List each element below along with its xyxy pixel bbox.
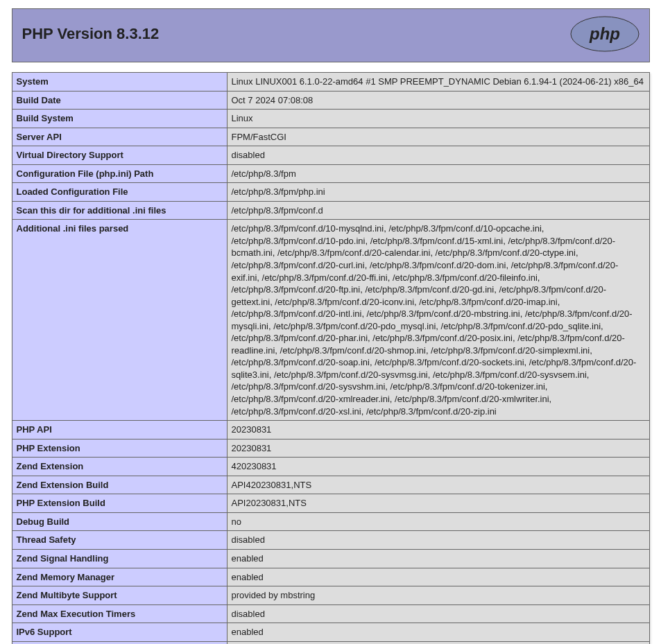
info-value: Linux xyxy=(227,110,649,128)
info-value: API20230831,NTS xyxy=(227,494,649,513)
info-value: disabled xyxy=(227,604,649,623)
table-row: IPv6 Supportenabled xyxy=(12,623,649,642)
table-row: Zend Signal Handlingenabled xyxy=(12,549,649,568)
php-logo-icon: php xyxy=(570,16,639,52)
info-value: Linux LINUX001 6.1.0-22-amd64 #1 SMP PRE… xyxy=(227,73,649,92)
info-value: Oct 7 2024 07:08:08 xyxy=(227,91,649,110)
info-value: /etc/php/8.3/fpm/conf.d/10-mysqlnd.ini, … xyxy=(227,220,649,421)
table-row: Build DateOct 7 2024 07:08:08 xyxy=(12,91,649,110)
info-label: Scan this dir for additional .ini files xyxy=(12,201,227,220)
info-label: IPv6 Support xyxy=(12,623,227,642)
info-label: DTrace Support xyxy=(12,641,227,644)
info-value: API420230831,NTS xyxy=(227,476,649,494)
info-value: no xyxy=(227,512,649,531)
table-row: Zend Extension BuildAPI420230831,NTS xyxy=(12,476,649,494)
info-value: /etc/php/8.3/fpm xyxy=(227,164,649,183)
page-title: PHP Version 8.3.12 xyxy=(22,25,160,43)
info-value: enabled xyxy=(227,623,649,642)
info-label: Zend Extension Build xyxy=(12,476,227,494)
info-label: Zend Extension xyxy=(12,458,227,476)
info-value: disabled xyxy=(227,146,649,165)
info-label: Thread Safety xyxy=(12,531,227,550)
info-label: Additional .ini files parsed xyxy=(12,220,227,421)
table-row: Loaded Configuration File/etc/php/8.3/fp… xyxy=(12,183,649,202)
phpinfo-header: PHP Version 8.3.12 php xyxy=(12,8,650,62)
info-value: disabled xyxy=(227,641,649,644)
table-row: Scan this dir for additional .ini files/… xyxy=(12,201,649,220)
info-label: PHP Extension Build xyxy=(12,494,227,513)
table-row: Virtual Directory Supportdisabled xyxy=(12,146,649,165)
table-row: PHP Extension20230831 xyxy=(12,439,649,458)
table-row: Additional .ini files parsed/etc/php/8.3… xyxy=(12,220,649,421)
info-value: /etc/php/8.3/fpm/conf.d xyxy=(227,201,649,220)
info-value: 20230831 xyxy=(227,421,649,440)
table-row: Server APIFPM/FastCGI xyxy=(12,128,649,146)
info-value: FPM/FastCGI xyxy=(227,128,649,146)
info-label: Zend Memory Manager xyxy=(12,568,227,586)
info-label: Zend Max Execution Timers xyxy=(12,604,227,623)
info-value: disabled xyxy=(227,531,649,550)
info-value: /etc/php/8.3/fpm/php.ini xyxy=(227,183,649,202)
info-value: 20230831 xyxy=(227,439,649,458)
info-value: 420230831 xyxy=(227,458,649,476)
table-row: PHP Extension BuildAPI20230831,NTS xyxy=(12,494,649,513)
phpinfo-table: SystemLinux LINUX001 6.1.0-22-amd64 #1 S… xyxy=(12,72,650,644)
table-row: Zend Memory Managerenabled xyxy=(12,568,649,586)
info-value: enabled xyxy=(227,568,649,586)
info-label: System xyxy=(12,73,227,92)
table-row: Zend Multibyte Supportprovided by mbstri… xyxy=(12,586,649,605)
table-row: Zend Extension420230831 xyxy=(12,458,649,476)
info-label: Debug Build xyxy=(12,512,227,531)
table-row: DTrace Supportdisabled xyxy=(12,641,649,644)
info-value: provided by mbstring xyxy=(227,586,649,605)
info-label: Zend Signal Handling xyxy=(12,549,227,568)
info-label: Virtual Directory Support xyxy=(12,146,227,165)
info-label: Zend Multibyte Support xyxy=(12,586,227,605)
table-row: Debug Buildno xyxy=(12,512,649,531)
table-row: Thread Safetydisabled xyxy=(12,531,649,550)
info-value: enabled xyxy=(227,549,649,568)
table-row: SystemLinux LINUX001 6.1.0-22-amd64 #1 S… xyxy=(12,73,649,92)
table-row: Build SystemLinux xyxy=(12,110,649,128)
table-row: Zend Max Execution Timersdisabled xyxy=(12,604,649,623)
info-label: Build System xyxy=(12,110,227,128)
info-label: Configuration File (php.ini) Path xyxy=(12,164,227,183)
info-label: Server API xyxy=(12,128,227,146)
info-label: PHP API xyxy=(12,421,227,440)
svg-text:php: php xyxy=(589,24,620,43)
info-label: Build Date xyxy=(12,91,227,110)
table-row: Configuration File (php.ini) Path/etc/ph… xyxy=(12,164,649,183)
info-label: PHP Extension xyxy=(12,439,227,458)
info-label: Loaded Configuration File xyxy=(12,183,227,202)
table-row: PHP API20230831 xyxy=(12,421,649,440)
